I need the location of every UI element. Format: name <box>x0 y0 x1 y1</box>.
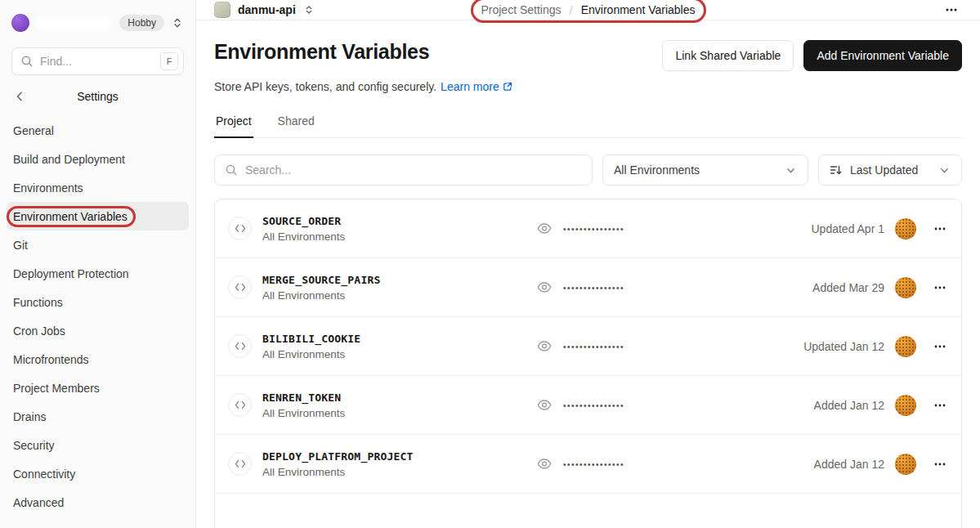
breadcrumb-current-page: Environment Variables <box>581 3 696 16</box>
plan-badge: Hobby <box>119 15 164 31</box>
sidebar-item-microfrontends[interactable]: Microfrontends <box>7 345 189 374</box>
topbar: danmu-api Project Settings / Environment… <box>196 0 980 20</box>
sidebar-item-git[interactable]: Git <box>7 230 189 259</box>
masked-value: ••••••••••••••• <box>563 223 624 234</box>
variable-date: Added Jan 12 <box>814 458 884 471</box>
sidebar-item-build-and-deployment[interactable]: Build and Deployment <box>7 145 189 173</box>
masked-value: ••••••••••••••• <box>563 400 624 410</box>
link-shared-variable-button[interactable]: Link Shared Variable <box>662 40 794 71</box>
reveal-value-eye-icon[interactable] <box>537 340 552 352</box>
project-switcher[interactable]: danmu-api <box>214 2 315 18</box>
sidebar: Hobby F Settings General Build and Deplo… <box>0 0 196 528</box>
sidebar-item-cron-jobs[interactable]: Cron Jobs <box>7 316 189 345</box>
shortcut-key-badge: F <box>160 52 178 70</box>
chevron-down-icon <box>938 164 951 177</box>
main-area: danmu-api Project Settings / Environment… <box>196 0 980 528</box>
variable-row: RENREN_TOKEN All Environments ••••••••••… <box>215 376 961 435</box>
code-icon <box>228 334 252 358</box>
team-switcher[interactable]: Hobby <box>0 0 195 46</box>
user-avatar <box>895 277 916 298</box>
breadcrumb-separator: / <box>570 3 573 17</box>
sidebar-item-drains[interactable]: Drains <box>7 402 189 431</box>
variable-scope: All Environments <box>262 348 537 360</box>
chevrons-updown-icon[interactable] <box>171 16 184 29</box>
code-icon <box>228 217 252 240</box>
find-input[interactable] <box>40 55 154 68</box>
user-avatar <box>895 336 916 357</box>
row-menu-icon[interactable] <box>927 396 948 414</box>
find-search[interactable]: F <box>11 47 184 75</box>
sidebar-item-advanced[interactable]: Advanced <box>7 488 189 517</box>
user-avatar <box>895 218 916 239</box>
variable-row: DEPLOY_PLATFROM_PROJECT All Environments… <box>215 435 961 494</box>
app-window: Hobby F Settings General Build and Deplo… <box>0 0 980 528</box>
tab-shared[interactable]: Shared <box>276 114 316 138</box>
sidebar-title: Settings <box>77 90 119 103</box>
code-icon <box>228 393 252 417</box>
sidebar-item-environments[interactable]: Environments <box>7 173 189 202</box>
variable-row-partial <box>215 494 961 528</box>
variable-row: BILIBILI_COOKIE All Environments •••••••… <box>215 317 961 376</box>
variable-date: Updated Jan 12 <box>803 340 884 353</box>
variable-scope: All Environments <box>262 407 537 419</box>
variable-search-input[interactable] <box>245 163 582 177</box>
variable-name: SOURCE_ORDER <box>262 215 537 227</box>
masked-value: ••••••••••••••• <box>563 459 624 469</box>
sidebar-item-connectivity[interactable]: Connectivity <box>7 459 189 488</box>
sidebar-item-project-members[interactable]: Project Members <box>7 374 189 402</box>
variable-name: DEPLOY_PLATFROM_PROJECT <box>262 450 537 463</box>
environment-filter-dropdown[interactable]: All Environments <box>602 154 808 186</box>
variable-scope: All Environments <box>262 466 537 478</box>
chevron-left-icon[interactable] <box>13 90 26 103</box>
variable-name: RENREN_TOKEN <box>262 392 537 404</box>
sidebar-item-security[interactable]: Security <box>7 431 189 459</box>
user-avatar <box>895 395 916 416</box>
variables-list: SOURCE_ORDER All Environments ••••••••••… <box>214 199 962 528</box>
sidebar-item-functions[interactable]: Functions <box>7 288 189 316</box>
filter-row: All Environments Last Updated <box>214 154 962 186</box>
code-icon <box>228 275 252 299</box>
reveal-value-eye-icon[interactable] <box>537 458 552 470</box>
reveal-value-eye-icon[interactable] <box>537 222 552 235</box>
team-name-redacted <box>36 16 113 30</box>
variable-date: Added Jan 12 <box>814 399 884 412</box>
sidebar-item-deployment-protection[interactable]: Deployment Protection <box>7 259 189 288</box>
title-row: Environment Variables Link Shared Variab… <box>214 40 962 71</box>
masked-value: ••••••••••••••• <box>563 341 624 351</box>
sidebar-item-environment-variables[interactable]: Environment Variables <box>7 202 189 230</box>
settings-header: Settings <box>0 80 195 113</box>
variable-scope: All Environments <box>262 230 537 243</box>
tab-project[interactable]: Project <box>214 114 253 138</box>
page-description: Store API keys, tokens, and config secur… <box>214 80 962 93</box>
learn-more-link[interactable]: Learn more <box>441 80 512 93</box>
sort-dropdown[interactable]: Last Updated <box>818 154 962 186</box>
sidebar-item-general[interactable]: General <box>7 116 189 145</box>
row-menu-icon[interactable] <box>927 279 948 297</box>
variable-date: Updated Apr 1 <box>811 222 884 235</box>
breadcrumb-project-settings[interactable]: Project Settings <box>481 3 561 16</box>
variable-search[interactable] <box>214 154 593 186</box>
variable-name: MERGE_SOURCE_PAIRS <box>262 274 537 286</box>
reveal-value-eye-icon[interactable] <box>537 399 552 411</box>
variable-row: SOURCE_ORDER All Environments ••••••••••… <box>215 199 961 258</box>
page-title: Environment Variables <box>214 40 429 64</box>
row-menu-icon[interactable] <box>927 220 948 238</box>
breadcrumb: Project Settings / Environment Variables <box>481 3 695 17</box>
settings-nav: General Build and Deployment Environment… <box>0 116 195 517</box>
chevrons-updown-icon <box>303 4 315 16</box>
variable-date: Added Mar 29 <box>812 281 884 294</box>
more-options-icon[interactable] <box>941 0 962 20</box>
row-menu-icon[interactable] <box>927 455 948 473</box>
title-actions: Link Shared Variable Add Environment Var… <box>662 40 962 71</box>
row-menu-icon[interactable] <box>927 338 948 356</box>
variable-name: BILIBILI_COOKIE <box>262 333 537 345</box>
search-icon <box>225 163 238 177</box>
external-link-icon <box>503 82 512 92</box>
add-environment-variable-button[interactable]: Add Environment Variable <box>803 40 962 71</box>
variable-row: MERGE_SOURCE_PAIRS All Environments ••••… <box>215 258 961 317</box>
chevron-down-icon <box>785 164 797 177</box>
code-icon <box>228 452 252 476</box>
masked-value: ••••••••••••••• <box>563 282 624 293</box>
reveal-value-eye-icon[interactable] <box>537 281 552 293</box>
team-avatar <box>11 14 29 32</box>
